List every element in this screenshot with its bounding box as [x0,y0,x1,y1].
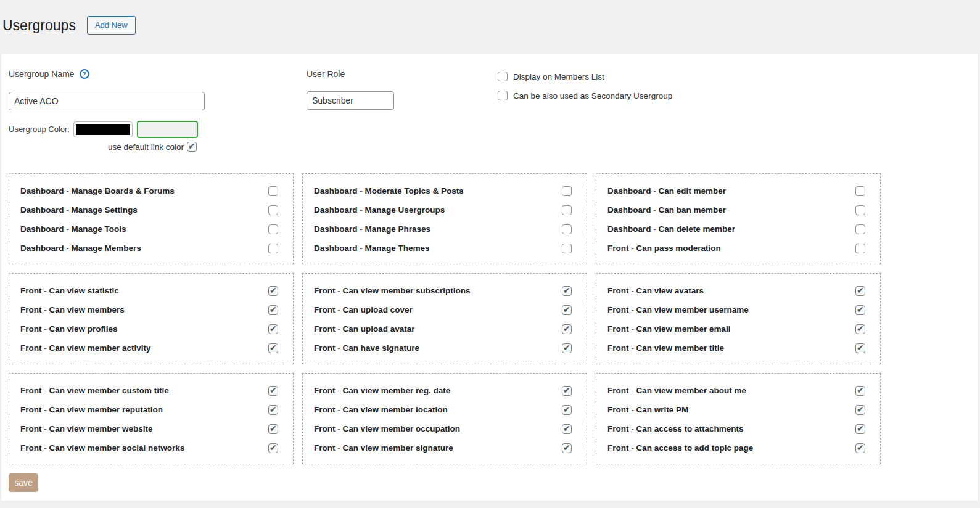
permission-checkbox[interactable] [562,343,572,353]
permission-separator: - [651,205,659,215]
permission-checkbox[interactable] [855,424,865,434]
permission-checkbox[interactable] [268,305,278,315]
permission-name: Can view member custom title [49,386,169,395]
permission-separator: - [629,386,636,395]
default-link-color-checkbox[interactable] [187,142,197,152]
permission-checkbox[interactable] [855,186,865,196]
usergroup-color-input[interactable] [137,121,198,138]
permission-checkbox[interactable] [855,305,865,315]
usergroup-color-swatch[interactable] [73,121,133,137]
secondary-usergroup-checkbox[interactable] [498,91,508,100]
permission-row: Front - Can have signature [314,338,572,358]
permission-checkbox[interactable] [268,224,278,234]
usergroup-name-label-row: Usergroup Name ? [9,69,89,79]
permission-separator: - [64,244,72,253]
permission-row: Dashboard - Can delete member [607,219,865,239]
permission-separator: - [336,305,343,314]
permission-prefix: Front [607,386,629,395]
permission-checkbox[interactable] [562,324,572,334]
permission-row: Front - Can view member website [20,419,278,438]
permission-prefix: Front [20,443,42,453]
permission-label: Front - Can view member custom title [20,386,169,395]
permission-checkbox[interactable] [855,244,865,253]
permission-prefix: Dashboard [314,186,358,195]
permission-name: Can edit member [659,186,727,195]
permission-name: Can view member about me [636,386,747,395]
permission-separator: - [651,224,659,234]
permission-row: Front - Can upload avatar [314,319,572,338]
permission-row: Dashboard - Manage Members [20,239,278,258]
display-on-members-list-checkbox[interactable] [498,72,508,81]
permission-label: Front - Can view member activity [20,343,151,353]
permission-checkbox[interactable] [562,424,572,434]
permission-checkbox[interactable] [562,186,572,196]
permission-prefix: Front [20,424,42,433]
usergroup-color-label: Usergroup Color: [9,125,70,134]
permission-prefix: Dashboard [20,205,64,215]
permission-name: Can view member reputation [49,405,163,414]
permission-label: Front - Can upload avatar [314,324,415,334]
permission-checkbox[interactable] [562,386,572,396]
permission-label: Front - Can view member subscriptions [314,286,471,295]
permission-label: Front - Can view member signature [314,443,453,453]
permission-label: Front - Can write PM [607,405,688,414]
permission-checkbox[interactable] [562,443,572,453]
permission-checkbox[interactable] [855,386,865,396]
permission-checkbox[interactable] [562,224,572,234]
permission-checkbox[interactable] [268,443,278,453]
user-role-input[interactable] [307,91,394,110]
permission-prefix: Dashboard [20,224,64,234]
permission-label: Dashboard - Moderate Topics & Posts [314,186,464,195]
question-mark-icon[interactable]: ? [80,69,89,79]
permission-checkbox[interactable] [268,424,278,434]
permission-checkbox[interactable] [268,386,278,396]
permission-prefix: Front [314,286,336,295]
permission-checkbox[interactable] [855,224,865,234]
permission-prefix: Front [20,324,42,334]
permission-label: Front - Can view member about me [607,386,746,395]
permission-name: Manage Boards & Forums [72,186,175,195]
permission-checkbox[interactable] [855,324,865,334]
permission-prefix: Front [20,286,42,295]
permission-separator: - [42,343,49,353]
permission-checkbox[interactable] [268,244,278,253]
save-button[interactable]: save [9,473,38,492]
permission-checkbox[interactable] [562,244,572,253]
permissions-grid: Dashboard - Manage Boards & ForumsDashbo… [9,173,881,464]
permission-label: Dashboard - Manage Boards & Forums [20,186,175,195]
permission-checkbox[interactable] [855,205,865,215]
permission-checkbox[interactable] [268,286,278,296]
permission-label: Front - Can view avatars [607,286,704,295]
permission-checkbox[interactable] [268,343,278,353]
permission-checkbox[interactable] [855,286,865,296]
permission-checkbox[interactable] [855,405,865,415]
permission-separator: - [42,305,49,314]
permission-row: Front - Can view member subscriptions [314,281,572,300]
permission-checkbox[interactable] [562,286,572,296]
permission-checkbox[interactable] [268,205,278,215]
permission-checkbox[interactable] [855,343,865,353]
permission-checkbox[interactable] [268,186,278,196]
permission-row: Dashboard - Can ban member [607,200,865,219]
permission-label: Front - Can view member social networks [20,443,184,453]
permission-checkbox[interactable] [268,324,278,334]
permission-checkbox[interactable] [562,205,572,215]
permission-checkbox[interactable] [268,405,278,415]
permission-checkbox[interactable] [855,443,865,453]
usergroup-name-input[interactable] [9,92,205,110]
permission-name: Can view member activity [49,343,151,353]
permission-checkbox[interactable] [562,405,572,415]
add-new-button[interactable]: Add New [87,16,136,35]
permission-group: Front - Can view member reg. dateFront -… [302,373,587,464]
permission-label: Dashboard - Manage Members [20,244,141,253]
permission-separator: - [336,386,343,395]
permission-prefix: Front [314,443,336,453]
permission-separator: - [336,405,343,414]
permission-prefix: Front [314,305,336,314]
permission-row: Front - Can view member reg. date [314,381,572,400]
permission-row: Front - Can view members [20,300,278,319]
permission-label: Front - Can view member reg. date [314,386,450,395]
permission-label: Front - Can access to add topic page [607,443,753,453]
permission-label: Front - Can view member website [20,424,153,433]
permission-checkbox[interactable] [562,305,572,315]
